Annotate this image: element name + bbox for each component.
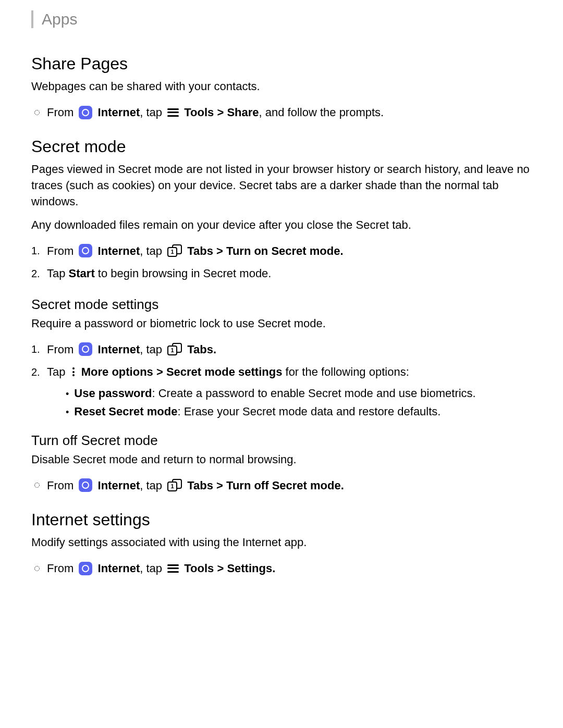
internet-icon (79, 244, 92, 257)
settings-desc: Require a password or biometric lock to … (31, 316, 532, 332)
bullet-open-icon (31, 482, 43, 488)
internet-icon (79, 342, 92, 356)
tools-icon (167, 108, 179, 117)
tabs-icon: 1 (167, 343, 182, 355)
bullet-open-icon (31, 109, 43, 116)
tabs-icon: 1 (167, 244, 182, 257)
turnoff-title: Turn off Secret mode (31, 433, 532, 449)
settings-step2: 2. Tap More options > Secret mode settin… (31, 362, 532, 382)
more-options-icon (71, 367, 76, 376)
internet-icon (79, 478, 92, 492)
isettings-desc: Modify settings associated with using th… (31, 535, 532, 551)
secret-desc2: Any downloaded files remain on your devi… (31, 217, 532, 233)
isettings-instruction: From Internet , tap Tools > Settings. (31, 558, 532, 579)
isettings-title: Internet settings (31, 510, 532, 529)
secret-step2: 2. Tap Start to begin browsing in Secret… (31, 263, 532, 284)
share-title: Share Pages (31, 54, 532, 73)
secret-title: Secret mode (31, 137, 532, 156)
internet-icon (79, 106, 92, 119)
svg-point-0 (35, 110, 40, 115)
svg-point-2 (35, 566, 40, 571)
header: Apps (31, 10, 532, 28)
bullet-open-icon (31, 565, 43, 572)
turnoff-instruction: From Internet , tap 1 Tabs > Turn off Se… (31, 475, 532, 496)
settings-title: Secret mode settings (31, 297, 532, 313)
tools-icon (167, 564, 179, 573)
secret-step1: 1. From Internet , tap 1 Tabs > Turn on … (31, 241, 532, 262)
share-instruction: From Internet , tap Tools > Share , and … (31, 102, 532, 123)
secret-desc1: Pages viewed in Secret mode are not list… (31, 162, 532, 209)
turnoff-desc: Disable Secret mode and return to normal… (31, 452, 532, 468)
header-label: Apps (42, 10, 77, 28)
tabs-icon: 1 (167, 479, 182, 491)
share-desc: Webpages can be shared with your contact… (31, 79, 532, 95)
settings-bullet1: •Use password: Create a password to enab… (66, 385, 532, 402)
internet-icon (79, 562, 92, 575)
settings-bullet2: •Reset Secret mode: Erase your Secret mo… (66, 403, 532, 420)
settings-step1: 1. From Internet , tap 1 Tabs. (31, 339, 532, 360)
svg-point-1 (35, 483, 40, 488)
